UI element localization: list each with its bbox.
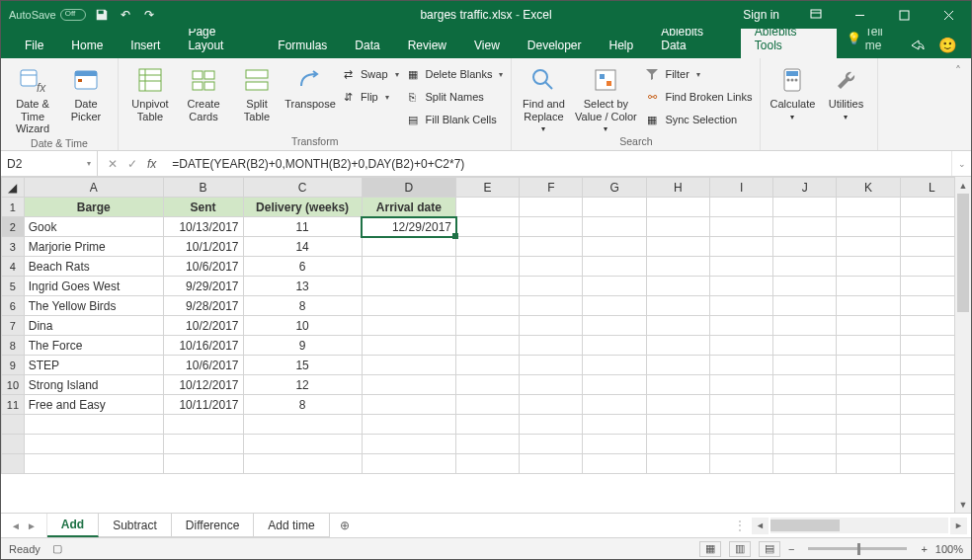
cell[interactable]: 9 (243, 336, 362, 356)
row-header[interactable]: 7 (2, 316, 25, 336)
cell[interactable] (362, 257, 455, 277)
unpivot-table-button[interactable]: Unpivot Table (126, 62, 174, 122)
cell[interactable] (24, 415, 163, 435)
cell[interactable]: 13 (243, 277, 362, 296)
row-header[interactable]: 1 (2, 198, 25, 217)
cell[interactable] (709, 336, 772, 356)
swap-button[interactable]: ⇄Swap (340, 64, 399, 84)
enter-formula-icon[interactable]: ✓ (127, 157, 137, 171)
cell[interactable]: 6 (243, 257, 362, 277)
row-header[interactable]: 2 (2, 217, 25, 237)
cell[interactable]: Strong Island (24, 375, 163, 395)
cell[interactable] (709, 296, 772, 316)
cell[interactable] (362, 356, 455, 375)
row-header[interactable]: 5 (2, 277, 25, 296)
cell[interactable] (646, 277, 709, 296)
cell[interactable] (773, 237, 837, 257)
autosave-toggle[interactable]: AutoSave (9, 9, 86, 21)
cell[interactable] (773, 356, 837, 375)
cell[interactable] (837, 415, 900, 435)
cell[interactable]: 15 (243, 356, 362, 375)
cell[interactable] (456, 435, 520, 454)
cell[interactable] (709, 237, 772, 257)
cell[interactable]: Ingrid Goes West (24, 277, 163, 296)
share-icon[interactable] (909, 38, 925, 53)
cell[interactable] (163, 454, 243, 474)
cell[interactable] (837, 395, 900, 415)
row-header[interactable] (2, 435, 25, 454)
cell[interactable]: Barge (24, 198, 163, 217)
cell[interactable]: STEP (24, 356, 163, 375)
cell[interactable]: Dina (24, 316, 163, 336)
cell[interactable] (456, 237, 520, 257)
cell[interactable] (456, 277, 520, 296)
cell[interactable] (900, 435, 954, 454)
cell[interactable] (646, 336, 709, 356)
select-by-button[interactable]: Select by Value / Color▾ (573, 62, 638, 133)
cell[interactable] (24, 454, 163, 474)
cell[interactable] (709, 435, 772, 454)
tab-home[interactable]: Home (57, 33, 117, 58)
scroll-right-icon[interactable]: ► (950, 518, 967, 534)
cell[interactable] (456, 395, 520, 415)
cell[interactable] (837, 237, 900, 257)
cell[interactable]: 9/29/2017 (163, 277, 243, 296)
cell[interactable] (520, 415, 583, 435)
filter-button[interactable]: Filter (644, 64, 752, 84)
cell[interactable]: 10/16/2017 (163, 336, 243, 356)
cell[interactable] (456, 336, 520, 356)
cell[interactable] (362, 237, 455, 257)
row-header[interactable] (2, 454, 25, 474)
row-header[interactable]: 3 (2, 237, 25, 257)
cell[interactable] (709, 356, 772, 375)
cell[interactable] (900, 237, 954, 257)
cell[interactable]: Sent (163, 198, 243, 217)
page-break-view-icon[interactable]: ▤ (759, 541, 780, 557)
cell[interactable]: 10/12/2017 (163, 375, 243, 395)
cell[interactable] (900, 454, 954, 474)
cell[interactable] (646, 257, 709, 277)
cell[interactable] (837, 198, 900, 217)
cell[interactable] (773, 336, 837, 356)
cell[interactable] (583, 217, 646, 237)
cell[interactable] (456, 296, 520, 316)
fill-blank-button[interactable]: ▤Fill Blank Cells (405, 110, 504, 129)
cell[interactable] (900, 336, 954, 356)
utilities-button[interactable]: Utilities▾ (822, 62, 869, 121)
cell[interactable] (837, 356, 900, 375)
expand-formula-icon[interactable]: ⌄ (951, 151, 971, 176)
cell[interactable] (520, 454, 583, 474)
cell[interactable] (709, 454, 772, 474)
cell[interactable] (163, 415, 243, 435)
cell[interactable]: 12/29/2017 (362, 217, 455, 237)
cell[interactable]: Gook (24, 217, 163, 237)
cell[interactable] (583, 454, 646, 474)
tab-data[interactable]: Data (341, 33, 393, 58)
cell[interactable] (520, 435, 583, 454)
cell[interactable] (837, 375, 900, 395)
cell[interactable] (646, 435, 709, 454)
cell[interactable] (773, 375, 837, 395)
ribbon-options-icon[interactable] (793, 1, 838, 29)
find-broken-button[interactable]: ⚯Find Broken Links (644, 87, 752, 107)
cell[interactable] (900, 395, 954, 415)
cell[interactable] (709, 198, 772, 217)
cell[interactable] (243, 435, 362, 454)
cell[interactable]: The Yellow Birds (24, 296, 163, 316)
cell[interactable] (456, 257, 520, 277)
cell[interactable] (773, 316, 837, 336)
cell[interactable] (583, 296, 646, 316)
cell[interactable] (520, 237, 583, 257)
tab-review[interactable]: Review (394, 33, 460, 58)
cell[interactable] (646, 296, 709, 316)
cell[interactable] (773, 454, 837, 474)
cell[interactable] (900, 198, 954, 217)
cell[interactable] (900, 415, 954, 435)
cell[interactable] (583, 435, 646, 454)
cell[interactable] (583, 375, 646, 395)
cell[interactable] (583, 415, 646, 435)
cell[interactable] (583, 277, 646, 296)
cell[interactable] (709, 277, 772, 296)
cell[interactable] (362, 316, 455, 336)
cell[interactable] (900, 296, 954, 316)
